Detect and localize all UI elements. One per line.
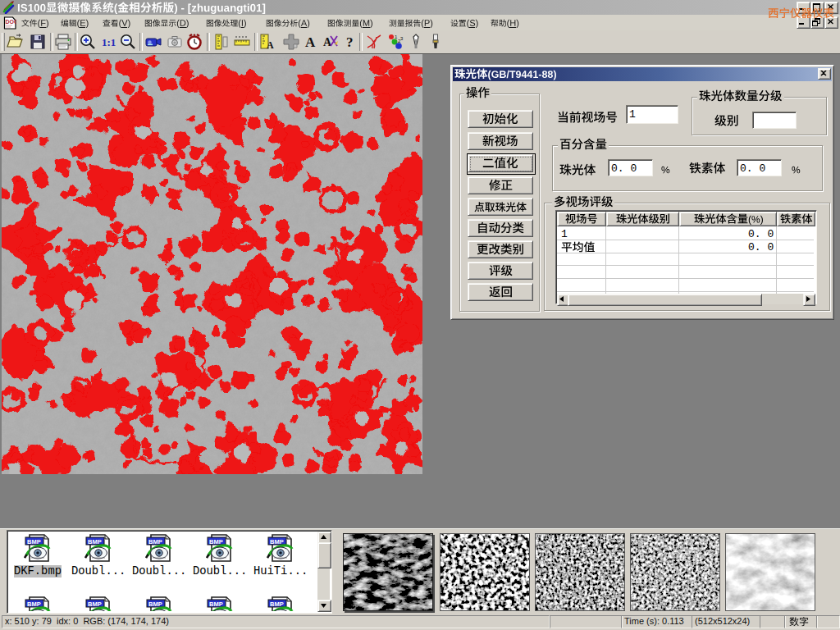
- svg-text:A: A: [267, 39, 274, 51]
- svg-text:BMP: BMP: [27, 538, 41, 546]
- svg-text:BMP: BMP: [209, 538, 223, 546]
- svg-text:BMP: BMP: [148, 600, 162, 608]
- svg-text:BMP: BMP: [27, 600, 41, 608]
- svg-text:BMP: BMP: [209, 600, 223, 608]
- svg-text:A: A: [323, 36, 332, 48]
- svg-text:BMP: BMP: [88, 538, 102, 546]
- svg-text:BMP: BMP: [270, 538, 284, 546]
- svg-text:BMP: BMP: [88, 600, 102, 608]
- svg-text:3: 3: [400, 36, 404, 41]
- svg-text:DOC: DOC: [5, 19, 16, 25]
- svg-text:A: A: [305, 34, 316, 50]
- svg-text:?: ?: [346, 34, 354, 50]
- svg-text:BMP: BMP: [148, 538, 162, 546]
- svg-text:1:1: 1:1: [102, 36, 116, 48]
- svg-text:BMP: BMP: [270, 600, 284, 608]
